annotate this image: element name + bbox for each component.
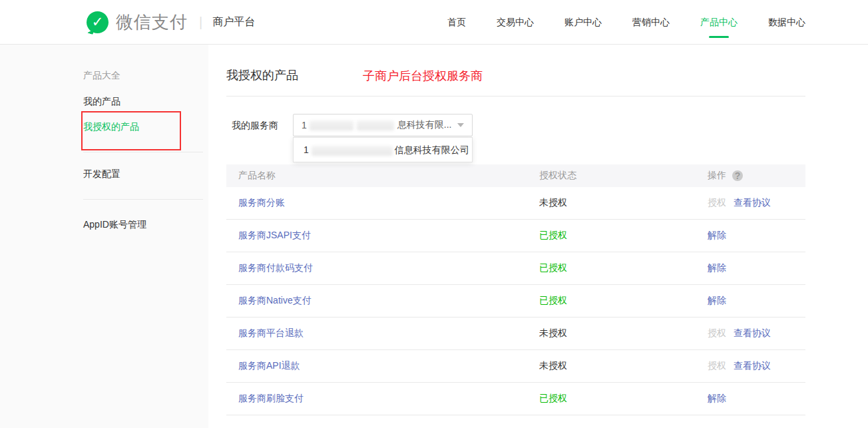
table-row: 服务商API退款 未授权 授权 查看协议 — [226, 350, 805, 383]
nav-item-products[interactable]: 产品中心 — [700, 15, 738, 29]
dropdown-option[interactable]: 1信息科技有限公司 — [294, 138, 472, 162]
action-cell: 授权 查看协议 — [708, 327, 805, 339]
product-name-link[interactable]: 服务商平台退款 — [238, 327, 539, 339]
table-row: 服务商付款码支付 已授权 解除 — [226, 252, 805, 285]
nav-item-marketing[interactable]: 营销中心 — [632, 15, 670, 29]
portal-label: 商户平台 — [212, 15, 255, 29]
redacted-text — [357, 120, 394, 130]
status-badge: 未授权 — [539, 327, 708, 339]
sidebar: 产品大全 我的产品 我授权的产品 开发配置 AppID账号管理 — [0, 45, 208, 428]
status-badge: 已授权 — [539, 262, 708, 274]
table-body: 服务商分账 未授权 授权 查看协议 服务商JSAPI支付 已授权 解除 — [226, 187, 805, 415]
status-badge: 未授权 — [539, 360, 708, 372]
primary-action-link[interactable]: 解除 — [708, 262, 726, 274]
col-header-product-name: 产品名称 — [238, 170, 539, 182]
sidebar-item-product-catalog[interactable]: 产品大全 — [83, 69, 208, 82]
products-table: 产品名称 授权状态 操作 ? 服务商分账 未授权 授权 查看协议 — [226, 164, 805, 415]
action-cell: 解除 — [708, 295, 805, 307]
option-prefix: 1 — [304, 144, 309, 155]
product-name-link[interactable]: 服务商Native支付 — [238, 295, 539, 307]
title-row: 我授权的产品 子商户后台授权服务商 — [226, 67, 805, 85]
action-cell: 授权 查看协议 — [708, 197, 805, 209]
service-provider-dropdown: 1信息科技有限公司 — [293, 137, 473, 162]
product-name-link[interactable]: 服务商分账 — [238, 197, 539, 209]
action-cell: 解除 — [708, 262, 805, 274]
nav-item-home[interactable]: 首页 — [447, 15, 466, 29]
product-name-link[interactable]: 服务商JSAPI支付 — [238, 230, 539, 242]
top-header: ✓ 微信支付 | 商户平台 首页 交易中心 账户中心 营销中心 产品中心 数据中… — [0, 0, 868, 45]
product-name-link[interactable]: 服务商API退款 — [238, 360, 539, 372]
sidebar-item-my-authorized-products[interactable]: 我授权的产品 — [83, 120, 208, 133]
nav-item-transactions[interactable]: 交易中心 — [497, 15, 534, 29]
view-agreement-link[interactable]: 查看协议 — [734, 327, 771, 339]
primary-action-link[interactable]: 解除 — [708, 295, 726, 307]
action-cell: 解除 — [708, 230, 805, 242]
selected-value-prefix: 1 — [302, 120, 307, 130]
top-nav: 首页 交易中心 账户中心 营销中心 产品中心 数据中心 — [447, 15, 805, 29]
sidebar-item-dev-config[interactable]: 开发配置 — [83, 167, 208, 180]
provider-label: 我的服务商 — [232, 114, 293, 136]
action-header-label: 操作 — [708, 170, 726, 182]
table-row: 服务商平台退款 未授权 授权 查看协议 — [226, 318, 805, 350]
redacted-text — [312, 146, 393, 156]
status-badge: 已授权 — [539, 230, 708, 242]
product-name-link[interactable]: 服务商付款码支付 — [238, 262, 539, 274]
option-suffix: 信息科技有限公司 — [395, 144, 469, 155]
primary-action-link[interactable]: 解除 — [708, 230, 726, 242]
action-cell: 解除 — [708, 393, 805, 405]
product-name-link[interactable]: 服务商刷脸支付 — [238, 393, 539, 405]
redacted-text — [310, 120, 353, 130]
wechat-pay-logo-icon: ✓ — [87, 11, 108, 33]
annotation-text: 子商户后台授权服务商 — [363, 68, 483, 84]
status-badge: 已授权 — [539, 393, 708, 405]
primary-action-link[interactable]: 授权 — [708, 327, 726, 339]
table-header: 产品名称 授权状态 操作 ? — [226, 164, 805, 187]
title-divider — [226, 96, 805, 97]
main-content: 我授权的产品 子商户后台授权服务商 我的服务商 1 息科技有限... 1信息科技… — [226, 45, 805, 428]
col-header-action: 操作 ? — [708, 170, 805, 182]
nav-item-account[interactable]: 账户中心 — [564, 15, 602, 29]
sidebar-divider — [83, 199, 203, 200]
brand-separator: | — [199, 15, 202, 30]
sidebar-item-my-products[interactable]: 我的产品 — [83, 95, 208, 108]
page-title: 我授权的产品 — [226, 67, 298, 83]
table-row: 服务商分账 未授权 授权 查看协议 — [226, 187, 805, 220]
status-badge: 未授权 — [539, 197, 708, 209]
primary-action-link[interactable]: 解除 — [708, 393, 726, 405]
check-icon: ✓ — [92, 15, 104, 29]
table-row: 服务商刷脸支付 已授权 解除 — [226, 383, 805, 415]
primary-action-link[interactable]: 授权 — [708, 197, 726, 209]
page-body: 产品大全 我的产品 我授权的产品 开发配置 AppID账号管理 我授权的产品 子… — [0, 45, 868, 428]
table-row: 服务商Native支付 已授权 解除 — [226, 285, 805, 318]
brand-logo: ✓ 微信支付 | 商户平台 — [87, 11, 255, 34]
selected-value-suffix: 息科技有限... — [397, 119, 452, 131]
view-agreement-link[interactable]: 查看协议 — [734, 360, 771, 372]
help-question-icon[interactable]: ? — [732, 170, 743, 181]
sidebar-item-appid-management[interactable]: AppID账号管理 — [83, 218, 208, 231]
provider-row: 我的服务商 1 息科技有限... 1信息科技有限公司 — [226, 114, 805, 136]
chevron-down-icon — [457, 123, 464, 127]
status-badge: 已授权 — [539, 295, 708, 307]
service-provider-select[interactable]: 1 息科技有限... — [293, 114, 473, 136]
col-header-auth-status: 授权状态 — [539, 170, 708, 182]
nav-item-data[interactable]: 数据中心 — [768, 15, 805, 29]
sidebar-divider — [83, 152, 203, 152]
view-agreement-link[interactable]: 查看协议 — [734, 197, 771, 209]
primary-action-link[interactable]: 授权 — [708, 360, 726, 372]
table-row: 服务商JSAPI支付 已授权 解除 — [226, 220, 805, 252]
brand-name: 微信支付 — [116, 11, 188, 34]
action-cell: 授权 查看协议 — [708, 360, 805, 372]
